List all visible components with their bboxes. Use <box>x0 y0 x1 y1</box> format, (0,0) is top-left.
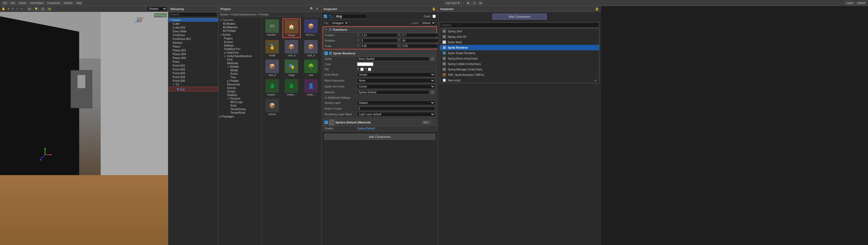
mask-interaction-dropdown[interactable]: None <box>357 78 435 83</box>
project-search-btn[interactable]: 🔍 <box>309 7 314 11</box>
scene-view-mode-dropdown[interactable]: Shaded Wireframe <box>147 6 167 11</box>
assets-menu[interactable]: Assets <box>18 1 27 5</box>
scale-y[interactable] <box>401 44 438 48</box>
component-sprite-renderer[interactable]: 🖼 Sprite Renderer <box>440 45 599 50</box>
material-edit-btn[interactable]: Edit... <box>422 120 431 124</box>
material-section-header[interactable]: Sprites-Default (Material) Edit... ⋮ <box>323 119 437 126</box>
hierarchy-item-kitchen[interactable]: Kitchen <box>168 41 218 45</box>
hierarchy-item-firstfloor[interactable]: FirstFloor <box>168 33 218 37</box>
assets-plugins[interactable]: Plugins <box>218 37 261 40</box>
asset-mcclogo[interactable]: 📦 MCCLo... <box>302 19 320 38</box>
layout-btn[interactable]: Default <box>856 1 866 5</box>
assets-textmeshpro[interactable]: TextMesh Pro <box>218 47 261 51</box>
assets-prefabs[interactable]: ▶ Prefabs <box>218 79 261 83</box>
packages-root[interactable]: ▶ Packages <box>218 114 261 118</box>
rotation-y[interactable] <box>401 38 438 43</box>
step-btn[interactable]: ⏭ <box>478 1 483 5</box>
order-in-layer-field[interactable] <box>357 107 435 111</box>
assets-mcclogo[interactable]: MCCLogo <box>218 100 261 104</box>
scene-toolbar-btn-hand[interactable]: ✋ <box>1 7 6 11</box>
component-spring-joint-2d[interactable]: ⚙ Spring Joint 2D <box>440 34 599 39</box>
component-sprite-mask[interactable]: ⬜ Sprite Mask <box>440 39 599 45</box>
file-menu[interactable]: File <box>2 1 8 5</box>
hierarchy-item-point004[interactable]: Point.004 <box>168 75 218 79</box>
asset-rack-d3[interactable]: 📦 rack_d <box>263 59 281 77</box>
hierarchy-item-cube[interactable]: Cube <box>168 22 218 26</box>
material-enabled[interactable] <box>324 121 328 124</box>
scene-audio-toggle[interactable]: 🔊 <box>40 7 45 11</box>
project-settings-btn[interactable]: ⚙ <box>315 7 319 11</box>
asset-tree[interactable]: 🌳 tree <box>302 59 320 77</box>
hierarchy-item-point002[interactable]: Point.002 <box>168 67 218 71</box>
sprite-sort-point-dropdown[interactable]: Center Pivot <box>357 84 435 89</box>
rendering-layer-mask-dropdown[interactable]: Light Layer default <box>357 112 435 117</box>
favorites-all-prefabs[interactable]: All Prefabs <box>218 29 261 33</box>
hierarchy-item-firstfloor001[interactable]: FirstFloor.001 <box>168 37 218 41</box>
transform-menu-icon[interactable]: ⋮ <box>432 28 435 31</box>
scene-toolbar-btn-rect[interactable]: ▭ <box>20 7 24 11</box>
play-btn[interactable]: ▶ <box>466 1 471 5</box>
favorites-all-models[interactable]: All Models <box>218 22 261 26</box>
scene-toolbar-btn-rotate[interactable]: ↻ <box>11 7 14 11</box>
add-component-button[interactable]: Add Component <box>324 134 435 140</box>
material-picker-btn[interactable]: ⊙ <box>430 90 435 94</box>
scene-toolbar-btn-scale[interactable]: ⤢ <box>16 7 19 11</box>
hierarchy-item-tv[interactable]: ▼ TV <box>168 83 218 86</box>
sprite-field[interactable] <box>357 57 429 61</box>
asset-treepol2[interactable]: 🌲 treepo... <box>282 78 301 97</box>
position-x[interactable] <box>360 33 398 37</box>
assets-tree[interactable]: Tree <box>218 76 261 79</box>
component-new-script[interactable]: 📄 New script ▶ <box>440 78 599 83</box>
help-menu[interactable]: Help <box>75 1 83 5</box>
hierarchy-search[interactable] <box>169 12 217 17</box>
hierarchy-item-cube001[interactable]: Cube.001 <box>168 26 218 29</box>
hierarchy-item-point001[interactable]: Point.001 <box>168 64 218 67</box>
assets-medal[interactable]: Medal <box>218 69 261 72</box>
component-menu[interactable]: Component <box>46 1 62 5</box>
hierarchy-item-dog[interactable]: ⊕ dog <box>169 87 218 91</box>
sprite-renderer-header[interactable]: 🖼 Sprite Renderer ⋮ <box>323 51 437 56</box>
add-component-button-2[interactable]: Add Component <box>493 13 547 20</box>
assets-textures[interactable]: ▼ Textures <box>218 97 261 100</box>
assets-materials[interactable]: Materials <box>218 61 261 65</box>
gameobject-menu[interactable]: GameObject <box>29 1 45 5</box>
assets-unitychan[interactable]: ▶ UnityChan <box>218 51 261 54</box>
tag-dropdown[interactable]: Untagged <box>330 21 349 25</box>
layer-dropdown[interactable]: Default <box>420 21 436 25</box>
component-sprite-shape-renderer[interactable]: 🔷 Sprite Shape Renderer <box>440 50 599 56</box>
assets-settings[interactable]: Settings <box>218 44 261 47</box>
lock-icon[interactable]: 🔒 <box>432 7 436 10</box>
scene-lighting-toggle[interactable]: 💡 <box>33 7 39 11</box>
asset-volume[interactable]: 📦 volume <box>263 98 281 116</box>
hierarchy-item-point003[interactable]: Point.003 <box>168 71 218 75</box>
assets-rock[interactable]: Rock <box>218 104 261 107</box>
assets-scenes[interactable]: Scenes <box>218 40 261 44</box>
asset-treepol1[interactable]: 🌲 treepol... <box>263 78 281 97</box>
object-name-field[interactable] <box>335 14 367 19</box>
component-tmp-sprite[interactable]: T TMP_Sprite Animator (TMPro) <box>440 72 599 78</box>
component-spring-bone[interactable]: ⚙ Spring Bone (UnityChan) <box>440 56 599 61</box>
edit-menu[interactable]: Edit <box>9 1 17 5</box>
component-spring-manager[interactable]: ⚙ Spring Manager (UnityChan) <box>440 66 599 72</box>
layers-btn[interactable]: Layers <box>845 1 855 5</box>
flip-y[interactable] <box>368 68 371 71</box>
window-menu[interactable]: Window <box>62 1 74 5</box>
favorites-all-materials[interactable]: All Materials <box>218 26 261 29</box>
assets-terraingrass[interactable]: TerrainGrass <box>218 107 261 111</box>
additional-settings-header[interactable]: ▼ Additional Settings <box>323 95 437 100</box>
scene-2d-toggle[interactable]: 2D <box>27 7 33 11</box>
material-menu-icon[interactable]: ⋮ <box>432 121 435 124</box>
pause-btn[interactable]: ⏸ <box>472 1 477 5</box>
static-checkbox[interactable] <box>433 15 436 18</box>
sprite-renderer-menu-icon[interactable]: ⋮ <box>432 52 435 55</box>
scene-fx-toggle[interactable]: ✨ <box>46 7 52 11</box>
component-spring-joint[interactable]: ⚙ Spring Joint <box>440 29 599 34</box>
scene-toolbar-btn-move[interactable]: ✛ <box>7 7 10 11</box>
draw-mode-dropdown[interactable]: Simple Sliced Tiled <box>357 72 435 77</box>
color-swatch[interactable] <box>357 62 373 66</box>
asset-rack-d2[interactable]: 📦 rack_d <box>302 39 320 58</box>
second-lock-icon[interactable]: 🔒 <box>595 7 599 10</box>
hierarchy-item-plane[interactable]: Plane <box>168 45 218 48</box>
assets-models[interactable]: ▼ Models <box>218 65 261 69</box>
asset-rack-d1[interactable]: 📦 rack_d <box>282 39 301 58</box>
